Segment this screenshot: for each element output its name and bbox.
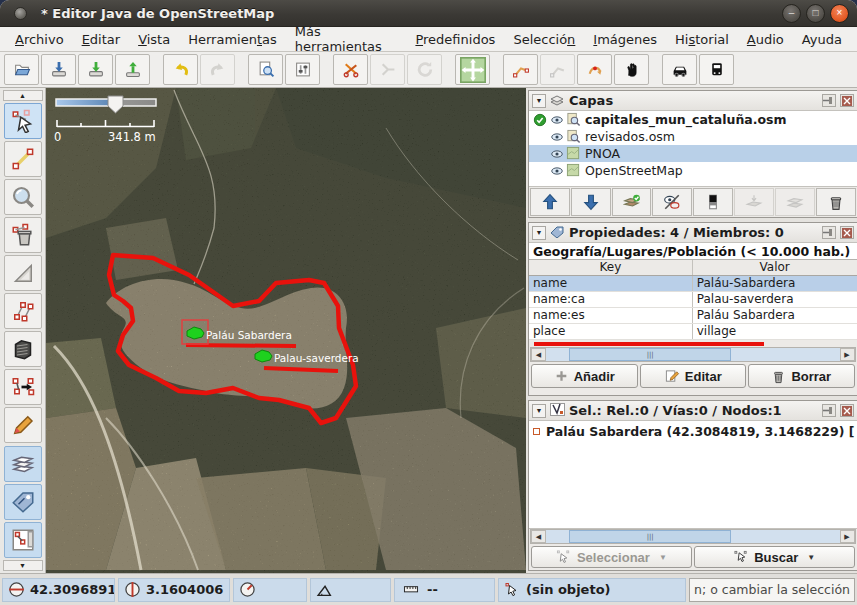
layers-toolbar-merge-layers[interactable] xyxy=(612,188,652,216)
opacity-icon xyxy=(704,193,722,211)
pin-icon[interactable] xyxy=(822,226,836,239)
properties-buttons: AñadirEditarBorrar xyxy=(529,362,857,390)
tag-row[interactable]: namePaláu-Sabardera xyxy=(529,276,857,292)
tool-setsquare-tool[interactable] xyxy=(4,255,42,291)
menu-historial[interactable]: Historial xyxy=(666,29,738,50)
scroll-left-icon[interactable]: ◀ xyxy=(531,530,546,543)
toolbar-button-way-combine[interactable] xyxy=(540,54,575,85)
tools-scroll-up-icon[interactable]: ▲ xyxy=(3,90,43,101)
toolbar-button-toggle-dialogs[interactable] xyxy=(285,54,320,85)
anadir-button[interactable]: Añadir xyxy=(531,364,638,388)
pin-icon[interactable] xyxy=(822,94,836,107)
visibility-eye-icon[interactable] xyxy=(548,130,565,144)
tool-select-tool[interactable] xyxy=(4,103,42,139)
buscar-button[interactable]: Buscar▼ xyxy=(694,546,855,568)
tool-extrude-tool[interactable] xyxy=(4,331,42,367)
scroll-left-icon[interactable]: ◀ xyxy=(531,348,546,361)
tool-unglue-tool[interactable] xyxy=(4,369,42,405)
scroll-right-icon[interactable]: ▶ xyxy=(840,348,855,361)
toolbar-button-car[interactable] xyxy=(662,54,697,85)
merge-down-icon xyxy=(745,193,763,211)
toolbar-button-search-preset[interactable] xyxy=(248,54,283,85)
selection-list-item[interactable]: Paláu Sabardera (42.3084819, 3.1468229) … xyxy=(529,421,857,439)
layers-toolbar-toggle-visibility[interactable] xyxy=(652,188,692,216)
toolbar-button-bus[interactable] xyxy=(699,54,734,85)
menu-vista[interactable]: Vista xyxy=(129,29,179,50)
layers-toolbar-layer-up[interactable] xyxy=(530,188,570,216)
maximize-button[interactable]: □ xyxy=(806,4,825,23)
menu-predefinidos[interactable]: Predefinidos xyxy=(406,29,504,50)
map-canvas[interactable]: Paláu Sabardera Palau-saverdera 0 341.8 … xyxy=(46,88,526,573)
tools-scroll-down-icon[interactable]: ▼ xyxy=(3,560,43,571)
layers-toolbar-duplicate-layer[interactable] xyxy=(775,188,815,216)
toolbar-button-undo[interactable] xyxy=(163,54,198,85)
heading-icon xyxy=(239,581,256,598)
merge-layers-icon xyxy=(623,193,641,211)
layers-collapse-button[interactable]: ▼ xyxy=(532,94,546,108)
layers-toolbar-opacity[interactable] xyxy=(693,188,733,216)
scrollbar-thumb[interactable]: ||| xyxy=(569,348,730,361)
borrar-button[interactable]: Borrar xyxy=(748,364,855,388)
tag-row[interactable]: placevillage xyxy=(529,324,857,340)
menu-imagenes[interactable]: Imágenes xyxy=(584,29,666,50)
scrollbar-thumb[interactable]: ||| xyxy=(569,530,730,543)
toolbar-button-save-session[interactable] xyxy=(41,54,76,85)
toolbar-button-upload[interactable] xyxy=(115,54,150,85)
layer-row[interactable]: PNOA xyxy=(529,145,857,162)
selection-panel: ▼ Sel.: Rel.:0 / Vías:0 / Nodos:1 Paláu … xyxy=(528,400,857,571)
save-session-icon xyxy=(49,61,69,78)
scroll-right-icon[interactable]: ▶ xyxy=(840,530,855,543)
close-button[interactable]: × xyxy=(830,4,849,23)
toolbar-button-way-reverse[interactable] xyxy=(577,54,612,85)
close-icon[interactable] xyxy=(840,404,854,417)
toolbar-button-open[interactable] xyxy=(4,54,39,85)
visibility-eye-icon[interactable] xyxy=(548,113,565,127)
toolbar-button-merge[interactable] xyxy=(370,54,405,85)
layer-row[interactable]: capitales_mun_cataluña.osm xyxy=(529,111,857,128)
toolbar-button-redo[interactable] xyxy=(200,54,235,85)
layers-toolbar-layer-down[interactable] xyxy=(571,188,611,216)
close-icon[interactable] xyxy=(840,226,854,239)
tool-draw-way-tool[interactable] xyxy=(4,141,42,177)
toolbar-button-split-cut[interactable] xyxy=(333,54,368,85)
menu-seleccion[interactable]: Selección xyxy=(504,29,584,50)
menu-archivo[interactable]: Archivo xyxy=(6,29,73,50)
layers-toolbar-delete-layer[interactable] xyxy=(816,188,856,216)
layer-row[interactable]: revisados.osm xyxy=(529,128,857,145)
toggle-selection-toggle[interactable] xyxy=(4,522,42,558)
editar-button[interactable]: Editar xyxy=(640,364,747,388)
tool-improve-way-tool[interactable] xyxy=(4,407,42,443)
properties-hscrollbar[interactable]: ◀ ||| ▶ xyxy=(530,347,856,362)
tool-parallel-way-tool[interactable] xyxy=(4,293,42,329)
pin-icon[interactable] xyxy=(822,404,836,417)
minimize-button[interactable]: – xyxy=(782,4,801,23)
close-icon[interactable] xyxy=(840,94,854,107)
toolbar-button-follow-hand[interactable] xyxy=(614,54,649,85)
toolbar-button-download[interactable] xyxy=(78,54,113,85)
menu-audio[interactable]: Audio xyxy=(738,29,793,50)
preset-label[interactable]: Geografía/Lugares/Población (< 10.000 ha… xyxy=(529,243,857,260)
layers-toolbar-merge-down[interactable] xyxy=(734,188,774,216)
selection-collapse-button[interactable]: ▼ xyxy=(532,404,546,418)
titlebar[interactable]: * Editor Java de OpenStreetMap – □ × xyxy=(0,0,857,27)
tool-delete-tool[interactable] xyxy=(4,217,42,253)
toggle-layers-toggle[interactable] xyxy=(4,446,42,482)
menu-ayuda[interactable]: Ayuda xyxy=(793,29,851,50)
properties-collapse-button[interactable]: ▼ xyxy=(532,226,546,240)
visibility-eye-icon[interactable] xyxy=(548,164,565,178)
tag-row[interactable]: name:esPaláu Sabardera xyxy=(529,308,857,324)
menu-herramientas[interactable]: Herramientas xyxy=(179,29,286,50)
selection-hscrollbar[interactable]: ◀ ||| ▶ xyxy=(530,529,856,544)
tag-row[interactable]: name:caPalau-saverdera xyxy=(529,292,857,308)
menu-editar[interactable]: Editar xyxy=(73,29,130,50)
split-cut-icon xyxy=(341,61,361,78)
tool-zoom-tool[interactable] xyxy=(4,179,42,215)
toolbar-button-way-split[interactable] xyxy=(503,54,538,85)
toggle-tags-toggle[interactable] xyxy=(4,484,42,520)
seleccionar-button[interactable]: Seleccionar▼ xyxy=(531,546,692,568)
toolbar-button-move-map[interactable] xyxy=(455,54,490,85)
visibility-eye-icon[interactable] xyxy=(548,147,565,161)
bus-icon xyxy=(707,61,727,78)
toolbar-button-refresh[interactable] xyxy=(407,54,442,85)
layer-row[interactable]: OpenStreetMap xyxy=(529,162,857,179)
